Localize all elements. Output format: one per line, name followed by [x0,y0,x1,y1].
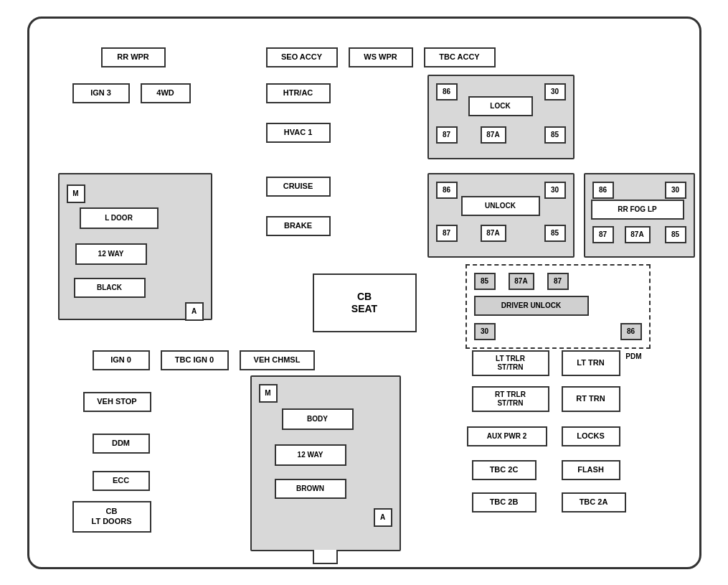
lock-87a: 87A [481,126,506,144]
tbc-2c-box: TBC 2C [472,460,536,480]
rt-trn-label: RT TRN [576,394,605,403]
m-left: M [67,184,85,203]
lt-trn-label: LT TRN [577,358,604,368]
lock-86: 86 [436,83,458,100]
tbc-ign0-label: TBC IGN 0 [175,355,214,365]
cb-lt-doors-label: CBLT DOORS [91,507,131,525]
cruise-label: CRUISE [283,182,313,191]
rt-trn-box: RT TRN [562,386,620,412]
aux-pwr2-box: AUX PWR 2 [467,426,547,446]
htr-ac-box: HTR/AC [266,83,331,103]
pdm-label: PDM [625,352,641,360]
lt-trlr-label: LT TRLRST/TRN [496,355,525,372]
aux-pwr2-label: AUX PWR 2 [487,432,527,441]
tbc-accy-box: TBC ACCY [424,47,496,67]
cruise-box: CRUISE [266,177,331,197]
rt-trlr-label: RT TRLRST/TRN [495,390,526,408]
brake-box: BRAKE [266,216,331,236]
ign3-box: IGN 3 [72,83,130,103]
ign0-box: IGN 0 [93,350,150,370]
du-87: 87 [547,273,569,290]
fog-85: 85 [665,226,686,243]
4wd-label: 4WD [156,88,174,98]
ecc-label: ECC [113,476,129,485]
seo-accy-box: SEO ACCY [266,47,338,67]
unlock-86: 86 [436,182,458,199]
du-86: 86 [620,323,642,340]
locks-box: LOCKS [562,426,620,446]
du-30: 30 [474,323,496,340]
connector-bottom [313,550,338,564]
fuse-box-diagram: RR WPR SEO ACCY WS WPR TBC ACCY IGN 3 4W… [27,17,701,569]
ign3-label: IGN 3 [90,88,111,98]
rr-wpr-box: RR WPR [101,47,166,67]
seo-accy-label: SEO ACCY [281,52,322,62]
lt-trn-box: LT TRN [562,350,620,376]
lock-30: 30 [544,83,566,100]
pdm-dashed-area: 85 87A 87 DRIVER UNLOCK 30 86 PDM [465,264,651,349]
left-connector-area: M L DOOR 12 WAY BLACK A [58,173,212,320]
ign0-label: IGN 0 [110,355,131,365]
tbc-accy-label: TBC ACCY [439,52,479,62]
lock-85: 85 [544,126,566,144]
12way-right: 12 WAY [275,444,346,466]
cb-lt-doors-box: CBLT DOORS [72,501,151,533]
tbc-2a-label: TBC 2A [580,497,608,507]
tbc-2a-box: TBC 2A [562,492,626,513]
brake-label: BRAKE [284,221,312,230]
unlock-label: UNLOCK [461,196,540,216]
ddm-box: DDM [93,434,150,454]
veh-stop-label: VEH STOP [97,397,136,406]
fog-label: RR FOG LP [591,200,684,220]
body: BODY [282,408,354,430]
unlock-85: 85 [544,225,566,242]
fog-87: 87 [592,226,614,243]
veh-chmsl-label: VEH CHMSL [254,355,301,365]
du-85: 85 [474,273,496,290]
tbc-2b-label: TBC 2B [490,497,519,507]
hvac1-box: HVAC 1 [266,123,331,143]
fog-87a: 87A [625,226,651,243]
a-right: A [374,508,392,527]
rr-wpr-label: RR WPR [117,52,149,62]
a-left: A [185,302,204,321]
htr-ac-label: HTR/AC [283,88,313,98]
ws-wpr-box: WS WPR [349,47,413,67]
flash-box: FLASH [562,460,620,480]
lock-label: LOCK [468,96,533,116]
12way-left: 12 WAY [75,243,147,265]
tbc-2c-label: TBC 2C [490,465,519,474]
unlock-87a: 87A [481,225,506,242]
lock-87: 87 [436,126,458,144]
unlock-30: 30 [544,182,566,199]
du-label: DRIVER UNLOCK [474,296,589,316]
unlock-87: 87 [436,225,458,242]
right-connector-area: M BODY 12 WAY BROWN A [250,375,401,551]
black: BLACK [74,278,146,298]
l-door: L DOOR [80,207,159,229]
fog-86: 86 [592,182,614,199]
veh-chmsl-box: VEH CHMSL [240,350,315,370]
locks-label: LOCKS [577,431,605,441]
cb-seat-box: CBSEAT [313,273,417,332]
fog-30: 30 [665,182,686,199]
ecc-box: ECC [93,471,150,491]
4wd-box: 4WD [141,83,191,103]
veh-stop-box: VEH STOP [83,392,151,412]
m-right: M [259,384,278,403]
lt-trlr-box: LT TRLRST/TRN [472,350,549,376]
flash-label: FLASH [577,465,604,474]
tbc-ign0-box: TBC IGN 0 [161,350,229,370]
lock-relay-area: 86 30 LOCK 87 87A 85 [427,75,575,159]
brown: BROWN [275,479,346,499]
ddm-label: DDM [112,439,130,448]
hvac1-label: HVAC 1 [284,128,313,137]
unlock-relay-area: 86 30 UNLOCK 87 87A 85 [427,173,575,258]
tbc-2b-box: TBC 2B [472,492,536,513]
ws-wpr-label: WS WPR [364,52,397,62]
du-87a: 87A [509,273,534,290]
rt-trlr-box: RT TRLRST/TRN [472,386,549,412]
rr-fog-relay-area: 86 30 RR FOG LP 87 87A 85 [584,173,695,258]
